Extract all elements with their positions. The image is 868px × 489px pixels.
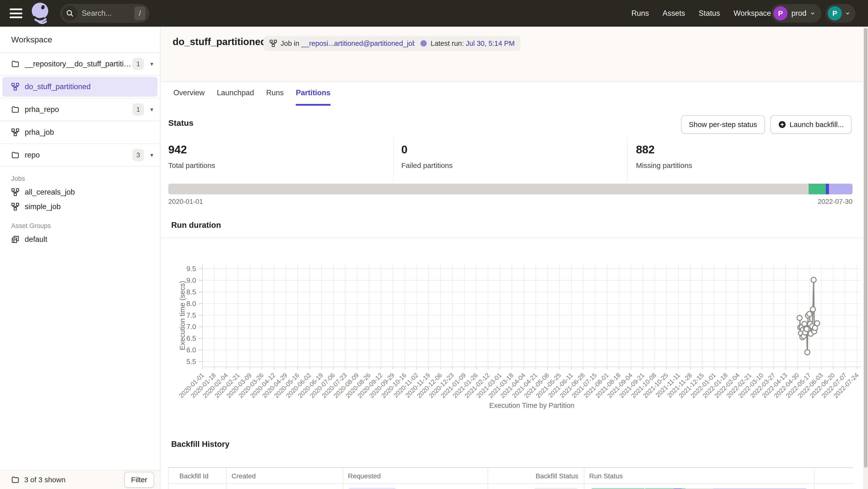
main-content: do_stuff_partitioned Job in __reposi...a… [160, 27, 863, 489]
tab-runs[interactable]: Runs [266, 89, 284, 106]
run-duration-chart[interactable]: 9.59.08.58.07.57.06.56.05.52020-01-01202… [160, 238, 863, 437]
stat-failed-partitions: 0 Failed partitions [401, 143, 453, 170]
sidebar-asset-group-item[interactable]: default [11, 232, 160, 247]
svg-text:6.5: 6.5 [186, 334, 196, 342]
deployment-avatar: P [773, 6, 787, 20]
chevron-down-icon [845, 10, 850, 16]
deployment-switcher[interactable]: P prod [771, 4, 822, 23]
nav-status[interactable]: Status [699, 9, 720, 18]
tab-partitions[interactable]: Partitions [296, 89, 331, 106]
folder-icon [11, 105, 20, 113]
status-section-title: Status [168, 118, 193, 128]
chevron-down-icon [810, 10, 816, 16]
hamburger-menu-icon[interactable] [10, 8, 22, 18]
backfill-history-table: Backfill Id Created Requested Backfill S… [168, 467, 854, 489]
caret-down-icon[interactable]: ▾ [150, 152, 153, 159]
search-shortcut-key: / [134, 6, 146, 20]
svg-text:9.5: 9.5 [186, 265, 196, 272]
svg-text:7.0: 7.0 [186, 323, 196, 330]
repo-label: repo [25, 151, 132, 159]
plus-circle-icon [778, 121, 786, 129]
job-icon [11, 83, 20, 91]
tab-launchpad[interactable]: Launchpad [217, 89, 254, 106]
job-origin-tag: Job in __reposi...artitioned@partitioned… [264, 36, 434, 51]
sidebar-job-row[interactable]: prha_job [0, 121, 160, 144]
show-per-step-status-button[interactable]: Show per-step status [681, 115, 765, 134]
caret-down-icon[interactable]: ▾ [150, 106, 153, 113]
requested-cell: 60 partitions [348, 488, 397, 489]
sidebar-repo-row[interactable]: __repository__do_stuff_partitio... 1 ▾ [0, 53, 160, 75]
page-title: do_stuff_partitioned [173, 36, 267, 47]
tab-overview[interactable]: Overview [173, 89, 205, 106]
column-divider [814, 468, 815, 489]
folder-icon [11, 60, 20, 68]
col-run-status: Run Status [589, 472, 623, 480]
partition-status-bar[interactable] [168, 184, 852, 194]
svg-text:Execution Time by Partition: Execution Time by Partition [489, 401, 575, 409]
user-avatar: P [828, 6, 842, 20]
sidebar-repo-row[interactable]: repo 3 ▾ [0, 144, 160, 167]
run-duration-title: Run duration [171, 221, 221, 230]
job-icon [11, 188, 20, 196]
dagster-logo-icon[interactable] [29, 1, 51, 26]
requested-partitions-tag[interactable]: 60 partitions [348, 488, 397, 489]
backfill-history-title: Backfill History [171, 439, 229, 449]
sidebar-job-item[interactable]: simple_job [11, 199, 160, 214]
nav-assets[interactable]: Assets [663, 9, 685, 18]
svg-text:Execution time (secs): Execution time (secs) [178, 281, 186, 350]
repo-count-badge: 3 [132, 149, 144, 161]
jobs-section-label: Jobs [11, 175, 160, 183]
svg-text:8.5: 8.5 [186, 288, 196, 296]
jobs-section: Jobs all_cereals_job simple_job [0, 167, 160, 214]
nav-runs[interactable]: Runs [631, 9, 649, 18]
repo-label: __repository__do_stuff_partitio... [25, 60, 132, 68]
run-status-dot-icon [421, 40, 427, 46]
asset-group-label: default [25, 235, 47, 244]
col-backfill-id: Backfill Id [179, 472, 209, 480]
stat-missing-partitions: 882 Missing partitions [636, 143, 692, 170]
column-divider [584, 468, 584, 489]
bar-segment-in-progress [826, 184, 829, 194]
search-input[interactable]: Search... / [60, 4, 149, 23]
job-tag-prefix: Job in [281, 39, 299, 47]
backfill-status-cell: Incomplete [488, 488, 578, 489]
col-requested: Requested [348, 472, 381, 480]
column-divider [343, 468, 343, 489]
stat-total-partitions: 942 Total partitions [168, 143, 215, 170]
col-backfill-status: Backfill Status [488, 472, 578, 480]
col-created: Created [231, 472, 256, 480]
job-header: do_stuff_partitioned Job in __reposi...a… [160, 27, 863, 82]
dagster-app: Search... / Runs Assets Status Workspace… [0, 0, 868, 489]
repo-label: prha_repo [25, 105, 132, 114]
sidebar-job-item[interactable]: all_cereals_job [11, 185, 160, 199]
latest-run-tag: Latest run: Jul 30, 5:14 PM [414, 36, 521, 51]
sidebar-job-row-selected[interactable]: do_stuff_partitioned [0, 75, 160, 98]
user-menu[interactable]: P [826, 4, 856, 23]
job-tag-link[interactable]: __reposi...artitioned@partitioned_job [301, 39, 416, 47]
column-divider [168, 468, 169, 489]
asset-groups-section-label: Asset Groups [11, 222, 160, 230]
latest-run-link[interactable]: Jul 30, 5:14 PM [466, 39, 515, 47]
stats-divider [393, 137, 394, 182]
sidebar-footer: 3 of 3 shown Filter [0, 470, 160, 489]
deployment-name: prod [792, 9, 806, 18]
top-nav-links: Runs Assets Status Workspace [631, 0, 771, 27]
search-placeholder: Search... [82, 9, 134, 18]
sidebar-repo-row[interactable]: prha_repo 1 ▾ [0, 98, 160, 121]
header-divider [168, 483, 854, 484]
shown-count-label: 3 of 3 shown [24, 476, 124, 484]
job-icon [11, 128, 20, 136]
latest-run-label: Latest run: [431, 39, 464, 47]
folder-icon [11, 476, 20, 484]
scrollbar-thumb[interactable] [864, 28, 868, 468]
filter-button[interactable]: Filter [124, 472, 154, 488]
asset-groups-section: Asset Groups default [0, 214, 160, 247]
page-scrollbar[interactable] [863, 27, 868, 489]
svg-text:9.0: 9.0 [186, 276, 196, 284]
workspace-sidebar: Workspace __repository__do_stuff_partiti… [0, 27, 160, 489]
launch-backfill-button[interactable]: Launch backfill... [770, 115, 851, 134]
job-tabs: Overview Launchpad Runs Partitions [173, 89, 331, 106]
caret-down-icon[interactable]: ▾ [150, 61, 153, 67]
partition-start-date: 2020-01-01 [168, 198, 203, 205]
nav-workspace[interactable]: Workspace [734, 9, 771, 18]
